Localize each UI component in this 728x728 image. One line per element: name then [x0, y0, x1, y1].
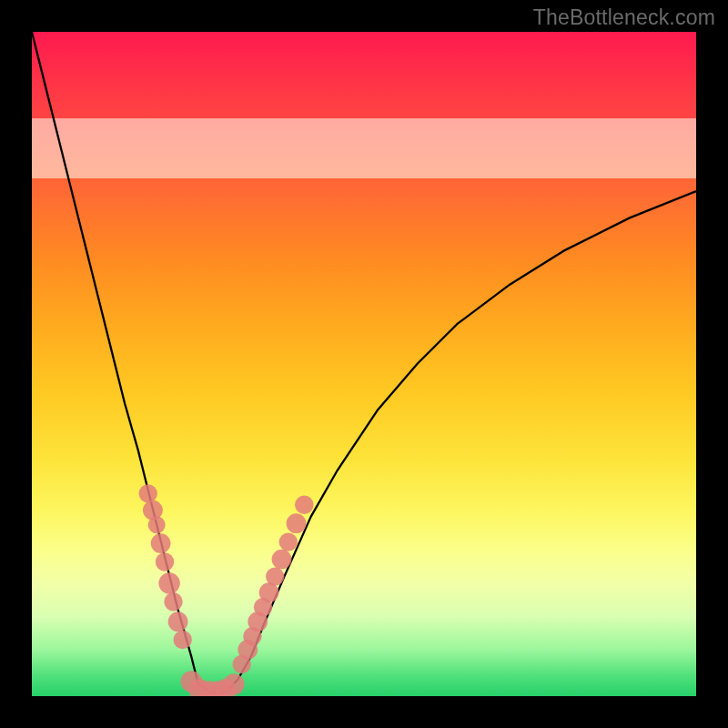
chart-frame: TheBottleneck.com	[0, 0, 728, 728]
data-dot	[139, 484, 157, 502]
data-dot	[156, 552, 174, 571]
data-dot	[168, 612, 188, 632]
data-dot	[295, 496, 313, 514]
data-dot	[158, 572, 179, 593]
data-dot	[223, 673, 244, 694]
data-dot	[272, 550, 292, 570]
data-dots	[139, 484, 314, 696]
watermark-text: TheBottleneck.com	[533, 5, 715, 30]
data-dot	[287, 513, 307, 533]
data-dot	[151, 533, 171, 553]
data-dot	[266, 567, 284, 585]
data-dot	[164, 592, 182, 611]
plot-area	[32, 32, 696, 696]
data-dot	[174, 631, 192, 649]
curve-layer	[32, 32, 696, 696]
data-dot	[279, 532, 298, 551]
data-dot	[148, 516, 166, 533]
bottleneck-curve	[32, 32, 696, 693]
